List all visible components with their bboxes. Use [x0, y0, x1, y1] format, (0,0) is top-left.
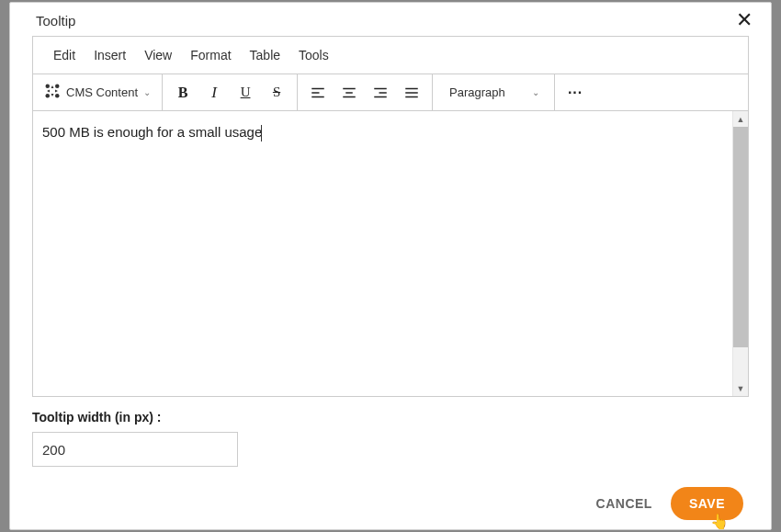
- cms-content-dropdown[interactable]: CMS Content ⌄: [39, 83, 156, 103]
- close-button[interactable]: ✕: [732, 10, 756, 30]
- svg-point-0: [46, 84, 51, 88]
- more-icon: ···: [568, 85, 583, 101]
- italic-button[interactable]: I: [199, 78, 229, 108]
- align-right-icon: [372, 85, 389, 101]
- toolbar-group-textstyle: B I U S: [163, 74, 298, 110]
- menu-insert[interactable]: Insert: [85, 44, 135, 66]
- align-justify-icon: [403, 85, 420, 101]
- menu-format[interactable]: Format: [181, 44, 240, 66]
- align-justify-button[interactable]: [397, 78, 426, 108]
- chevron-down-icon: ⌄: [143, 87, 151, 97]
- editor-toolbar: CMS Content ⌄ B I U S: [33, 74, 748, 111]
- more-button[interactable]: ···: [560, 78, 590, 108]
- cms-content-label: CMS Content: [66, 85, 138, 99]
- editor-text: 500 MB is enough for a small usage: [42, 124, 262, 140]
- editor-scrollbar[interactable]: ▲ ▼: [732, 111, 748, 396]
- format-label: Paragraph: [449, 85, 505, 99]
- svg-point-2: [46, 94, 51, 98]
- strikethrough-icon: S: [273, 85, 280, 100]
- toolbar-group-cms: CMS Content ⌄: [33, 74, 163, 110]
- underline-icon: U: [241, 85, 251, 100]
- menu-view[interactable]: View: [135, 44, 181, 66]
- scroll-down-button[interactable]: ▼: [733, 380, 748, 396]
- editor-body: 500 MB is enough for a small usage ▲ ▼: [33, 111, 748, 396]
- modal-header: Tooltip ✕: [10, 3, 771, 36]
- tooltip-width-section: Tooltip width (in px) :: [10, 397, 771, 467]
- tooltip-width-label: Tooltip width (in px) :: [32, 410, 749, 424]
- tooltip-modal: Tooltip ✕ Edit Insert View Format Table …: [9, 2, 772, 530]
- bold-button[interactable]: B: [168, 78, 198, 108]
- bold-icon: B: [178, 85, 188, 101]
- toolbar-group-more: ···: [555, 74, 595, 110]
- menu-edit[interactable]: Edit: [44, 44, 85, 66]
- chevron-down-icon: ⌄: [532, 87, 539, 97]
- menu-table[interactable]: Table: [241, 44, 289, 66]
- editor-wrapper: Edit Insert View Format Table Tools CMS …: [32, 36, 749, 397]
- align-center-button[interactable]: [334, 78, 364, 108]
- italic-icon: I: [211, 84, 217, 102]
- tooltip-width-input[interactable]: [32, 432, 238, 467]
- strikethrough-button[interactable]: S: [262, 78, 291, 108]
- save-button[interactable]: SAVE: [671, 487, 743, 520]
- svg-point-3: [55, 94, 60, 98]
- toolbar-group-align: [298, 74, 433, 110]
- toolbar-group-format: Paragraph ⌄: [433, 74, 555, 110]
- modal-title: Tooltip: [36, 13, 75, 28]
- paragraph-format-dropdown[interactable]: Paragraph ⌄: [438, 85, 549, 99]
- cancel-button[interactable]: CANCEL: [596, 496, 652, 511]
- editor-menubar: Edit Insert View Format Table Tools: [33, 37, 748, 74]
- align-left-icon: [310, 85, 326, 101]
- menu-tools[interactable]: Tools: [289, 44, 338, 66]
- scroll-thumb[interactable]: [733, 127, 748, 347]
- modal-footer: CANCEL SAVE 👆: [10, 467, 771, 532]
- svg-point-1: [55, 84, 60, 88]
- joomla-icon: [44, 83, 61, 103]
- text-cursor: [261, 125, 262, 141]
- align-center-icon: [341, 85, 357, 101]
- align-right-button[interactable]: [366, 78, 395, 108]
- underline-button[interactable]: U: [231, 78, 260, 108]
- align-left-button[interactable]: [303, 78, 333, 108]
- scroll-up-button[interactable]: ▲: [733, 111, 748, 127]
- editor-content-area[interactable]: 500 MB is enough for a small usage: [33, 111, 732, 396]
